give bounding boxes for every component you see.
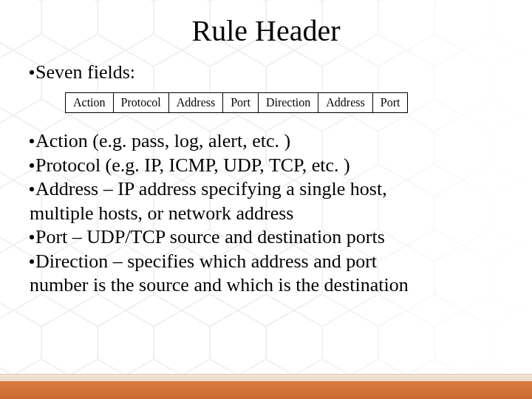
rule-header-table: Action Protocol Address Port Direction A… [65,92,408,113]
col-protocol: Protocol [113,93,168,113]
port-text: Port – UDP/TCP source and destination po… [35,226,385,248]
col-address-1: Address [168,93,222,113]
table-row: Action Protocol Address Port Direction A… [66,93,408,113]
bullet-icon [30,259,34,264]
list-item-continuation: number is the source and which is the de… [30,273,502,298]
list-item: Action (e.g. pass, log, alert, etc. ) [30,129,502,154]
bullet-icon [30,70,34,75]
bullet-icon [30,187,34,191]
col-port-2: Port [372,93,408,113]
bullet-icon [30,163,34,168]
col-action: Action [66,93,114,113]
direction-text-2: number is the source and which is the de… [30,274,409,296]
bullet-icon [30,235,34,239]
slide-title: Rule Header [30,13,502,48]
direction-text-1: Direction – specifies which address and … [35,250,377,272]
list-item: Direction – specifies which address and … [30,250,502,274]
list-item: Address – IP address specifying a single… [30,177,502,202]
bullet-list: Action (e.g. pass, log, alert, etc. ) Pr… [30,129,502,298]
slide-content: Rule Header Seven fields: Action Protoco… [0,0,532,298]
address-text-2: multiple hosts, or network address [30,202,293,224]
bullet-icon [30,139,34,143]
col-port-1: Port [223,93,259,113]
intro-line: Seven fields: [30,61,502,83]
action-text: Action (e.g. pass, log, alert, etc. ) [35,130,290,151]
list-item: Protocol (e.g. IP, ICMP, UDP, TCP, etc. … [30,154,502,178]
intro-text: Seven fields: [35,61,135,83]
list-item-continuation: multiple hosts, or network address [30,202,502,226]
protocol-text: Protocol (e.g. IP, ICMP, UDP, TCP, etc. … [35,154,350,176]
address-text-1: Address – IP address specifying a single… [35,178,387,200]
footer-bar-orange [0,381,532,399]
col-address-2: Address [318,93,372,113]
list-item: Port – UDP/TCP source and destination po… [30,225,502,250]
col-direction: Direction [258,93,318,113]
